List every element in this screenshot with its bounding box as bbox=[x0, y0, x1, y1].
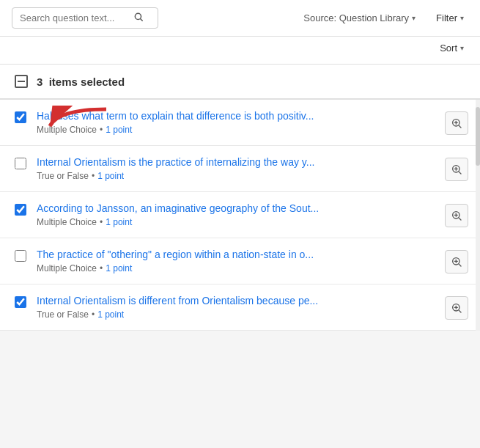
question-content: Hall uses what term to explain that diff… bbox=[37, 110, 437, 135]
svg-line-3 bbox=[459, 125, 461, 128]
meta-dot: • bbox=[100, 125, 103, 135]
question-type: True or False bbox=[37, 309, 89, 320]
question-item: Internal Orientalism is different from O… bbox=[0, 284, 480, 331]
scrollbar-thumb bbox=[476, 107, 480, 166]
question-checkbox[interactable] bbox=[15, 158, 26, 169]
sort-button[interactable]: Sort ▾ bbox=[435, 40, 468, 56]
svg-line-12 bbox=[459, 218, 461, 220]
question-points: 1 point bbox=[106, 263, 132, 273]
question-type: Multiple Choice bbox=[37, 125, 97, 135]
preview-button[interactable] bbox=[445, 296, 468, 320]
question-meta: Multiple Choice•1 point bbox=[37, 217, 437, 227]
selected-bar: 3 items selected bbox=[0, 65, 480, 100]
question-title[interactable]: The practice of "othering" a region with… bbox=[37, 249, 437, 260]
preview-button[interactable] bbox=[445, 204, 468, 227]
svg-line-8 bbox=[459, 172, 461, 174]
search-box[interactable] bbox=[12, 7, 158, 29]
question-checkbox[interactable] bbox=[15, 204, 26, 216]
source-chevron-icon: ▾ bbox=[412, 14, 416, 22]
question-points: 1 point bbox=[97, 309, 124, 320]
meta-dot: • bbox=[92, 171, 95, 181]
filter-chevron-icon: ▾ bbox=[460, 14, 464, 22]
top-bar: Source: Question Library ▾ Filter ▾ bbox=[0, 0, 480, 37]
question-item: According to Jansson, an imaginative geo… bbox=[0, 192, 480, 238]
question-list-container: Hall uses what term to explain that diff… bbox=[0, 100, 480, 331]
svg-line-20 bbox=[459, 310, 461, 312]
filter-button[interactable]: Filter ▾ bbox=[432, 10, 468, 26]
question-meta: Multiple Choice•1 point bbox=[37, 263, 437, 273]
question-checkbox[interactable] bbox=[15, 111, 26, 123]
sort-label: Sort bbox=[440, 43, 457, 54]
preview-button[interactable] bbox=[445, 111, 468, 135]
source-button[interactable]: Source: Question Library ▾ bbox=[299, 10, 420, 26]
source-label: Source: Question Library bbox=[303, 12, 409, 23]
question-checkbox-wrap[interactable] bbox=[15, 111, 26, 126]
question-item: Internal Orientalism is the practice of … bbox=[0, 146, 480, 192]
svg-line-1 bbox=[141, 19, 143, 21]
question-points: 1 point bbox=[106, 125, 132, 135]
question-checkbox[interactable] bbox=[15, 250, 26, 262]
question-checkbox-wrap[interactable] bbox=[15, 296, 26, 311]
meta-dot: • bbox=[100, 263, 103, 273]
question-checkbox-wrap[interactable] bbox=[15, 250, 26, 265]
search-input[interactable] bbox=[20, 12, 133, 23]
sort-chevron-icon: ▾ bbox=[460, 44, 464, 52]
question-content: Internal Orientalism is the practice of … bbox=[37, 156, 437, 181]
question-item: The practice of "othering" a region with… bbox=[0, 238, 480, 284]
top-right: Source: Question Library ▾ Filter ▾ bbox=[299, 10, 468, 26]
preview-button[interactable] bbox=[445, 158, 468, 181]
question-meta: True or False•1 point bbox=[37, 171, 437, 181]
question-checkbox[interactable] bbox=[15, 296, 26, 308]
question-points: 1 point bbox=[106, 217, 132, 227]
question-content: The practice of "othering" a region with… bbox=[37, 249, 437, 273]
selected-text: 3 items selected bbox=[37, 76, 125, 88]
question-checkbox-wrap[interactable] bbox=[15, 204, 26, 219]
question-content: Internal Orientalism is different from O… bbox=[37, 295, 437, 320]
question-type: Multiple Choice bbox=[37, 263, 97, 273]
question-list: Hall uses what term to explain that diff… bbox=[0, 100, 480, 331]
question-meta: Multiple Choice•1 point bbox=[37, 125, 437, 135]
question-points: 1 point bbox=[97, 171, 124, 181]
meta-dot: • bbox=[92, 309, 95, 320]
sort-row: Sort ▾ bbox=[0, 37, 480, 65]
preview-button[interactable] bbox=[445, 250, 468, 273]
meta-dot: • bbox=[100, 217, 103, 227]
scrollbar-track[interactable] bbox=[476, 100, 480, 331]
deselect-all-button[interactable] bbox=[15, 75, 28, 88]
question-checkbox-wrap[interactable] bbox=[15, 158, 26, 172]
filter-label: Filter bbox=[436, 12, 457, 23]
question-title[interactable]: Hall uses what term to explain that diff… bbox=[37, 110, 437, 122]
question-meta: True or False•1 point bbox=[37, 309, 437, 320]
question-type: True or False bbox=[37, 171, 89, 181]
minus-icon bbox=[18, 81, 25, 82]
question-title[interactable]: Internal Orientalism is different from O… bbox=[37, 295, 437, 306]
search-icon bbox=[133, 12, 144, 24]
selected-count: 3 bbox=[37, 76, 43, 88]
question-item: Hall uses what term to explain that diff… bbox=[0, 100, 480, 146]
svg-line-16 bbox=[459, 264, 461, 266]
question-content: According to Jansson, an imaginative geo… bbox=[37, 202, 437, 227]
selected-label: items selected bbox=[49, 76, 125, 88]
question-title[interactable]: According to Jansson, an imaginative geo… bbox=[37, 202, 437, 214]
question-title[interactable]: Internal Orientalism is the practice of … bbox=[37, 156, 437, 168]
question-type: Multiple Choice bbox=[37, 217, 97, 227]
